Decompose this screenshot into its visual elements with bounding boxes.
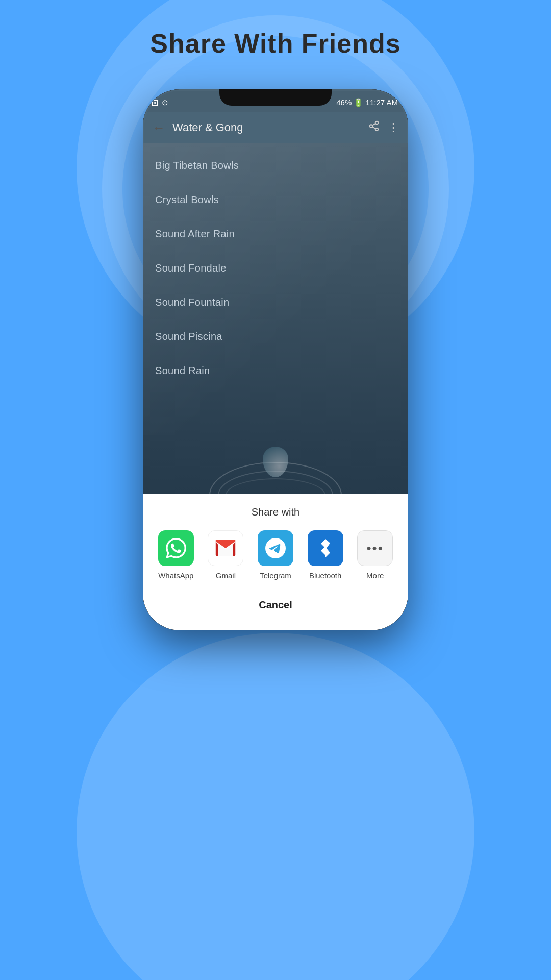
list-item[interactable]: Sound Fondale	[143, 251, 408, 285]
svg-line-4	[372, 124, 375, 126]
app-bar: ← Water & Gong ⋮	[143, 112, 408, 143]
list-item[interactable]: Sound Fountain	[143, 285, 408, 320]
list-item[interactable]: Crystal Bowls	[143, 183, 408, 217]
status-icon-circle: ⊙	[162, 98, 168, 107]
menu-icon[interactable]: ⋮	[388, 121, 399, 134]
app-bar-icons: ⋮	[368, 120, 399, 135]
telegram-label: Telegram	[260, 571, 291, 580]
svg-point-0	[375, 121, 379, 125]
share-icon[interactable]	[368, 120, 380, 135]
share-app-whatsapp[interactable]: WhatsApp	[158, 530, 194, 580]
list-item[interactable]: Sound Piscina	[143, 320, 408, 354]
bluetooth-app-icon	[308, 530, 343, 566]
svg-point-1	[370, 125, 373, 128]
whatsapp-label: WhatsApp	[158, 571, 193, 580]
svg-point-2	[375, 128, 379, 131]
page-title: Share With Friends	[150, 28, 400, 59]
content-area: Big Tibetan Bowls Crystal Bowls Sound Af…	[143, 143, 408, 630]
list-item[interactable]: Sound Rain	[143, 354, 408, 388]
share-app-telegram[interactable]: Telegram	[258, 530, 293, 580]
telegram-icon	[258, 530, 293, 566]
share-sheet-title: Share with	[151, 506, 400, 518]
gmail-label: Gmail	[216, 571, 236, 580]
phone-notch	[219, 89, 332, 106]
share-app-bluetooth[interactable]: Bluetooth	[308, 530, 343, 580]
share-app-gmail[interactable]: Gmail	[208, 530, 243, 580]
share-apps-row: WhatsApp	[151, 530, 400, 580]
status-bar-left: 🖼 ⊙	[151, 98, 168, 107]
gmail-icon	[208, 530, 243, 566]
signal-strength: 46%	[336, 98, 352, 107]
more-icon: •••	[357, 530, 393, 566]
more-dots-icon: •••	[367, 541, 384, 556]
status-bar-right: 46% 🔋 11:27 AM	[336, 98, 398, 107]
share-sheet: Share with WhatsApp	[143, 494, 408, 630]
bluetooth-label: Bluetooth	[309, 571, 341, 580]
phone-screen: 🖼 ⊙ 46% 🔋 11:27 AM ← Water & Gong	[143, 89, 408, 630]
list-item[interactable]: Big Tibetan Bowls	[143, 149, 408, 183]
battery-icon: 🔋	[354, 98, 365, 107]
bg-circle-bottom	[77, 633, 474, 980]
more-label: More	[366, 571, 384, 580]
svg-line-3	[372, 127, 375, 129]
share-app-more[interactable]: ••• More	[357, 530, 393, 580]
whatsapp-icon	[158, 530, 194, 566]
list-item[interactable]: Sound After Rain	[143, 217, 408, 251]
app-bar-title: Water & Gong	[172, 121, 368, 134]
phone-mockup: 🖼 ⊙ 46% 🔋 11:27 AM ← Water & Gong	[143, 89, 408, 630]
cancel-button[interactable]: Cancel	[151, 590, 400, 620]
song-list: Big Tibetan Bowls Crystal Bowls Sound Af…	[143, 143, 408, 393]
clock: 11:27 AM	[366, 98, 398, 107]
back-button[interactable]: ←	[152, 120, 165, 136]
